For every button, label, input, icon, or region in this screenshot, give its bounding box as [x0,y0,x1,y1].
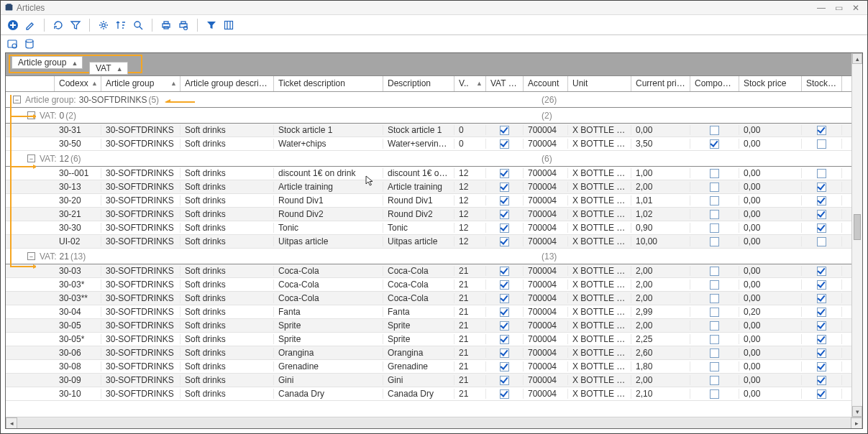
column-header-vatincl[interactable]: VAT incl. [486,76,524,91]
columns-button[interactable] [221,17,237,33]
column-header-code[interactable]: Codexx▲ [55,76,101,91]
view-list-icon[interactable] [5,37,19,51]
group-header-sub[interactable]: − VAT: 0 (2) (2) [6,108,862,124]
table-row[interactable]: 30-03* 30-SOFTDRINKS Soft drinks Coca-Co… [6,278,862,292]
column-header-ticket[interactable]: Ticket description [274,76,383,91]
checkbox[interactable] [500,183,509,192]
refresh-button[interactable] [50,17,66,33]
checkbox[interactable] [500,294,509,303]
checkbox[interactable] [817,389,826,399]
checkbox[interactable] [500,308,509,317]
table-row[interactable]: 30-50 30-SOFTDRINKS Soft drinks Water+ch… [6,137,862,151]
checkbox[interactable] [817,223,826,233]
grid-body[interactable]: − Article group: 30-SOFTDRINKS (5) (26) … [6,92,862,417]
checkbox[interactable] [500,196,509,206]
column-header-stockart[interactable]: Stock article [802,76,842,91]
maximize-button[interactable]: ▭ [830,3,847,13]
scroll-left-button[interactable]: ◂ [6,417,17,429]
column-header-indent[interactable] [6,76,55,91]
checkbox[interactable] [817,210,826,219]
group-chip-vat[interactable]: VAT ▲ [89,62,128,75]
view-db-icon[interactable] [22,37,37,51]
table-row[interactable]: 30-06 30-SOFTDRINKS Soft drinks Orangina… [6,346,862,360]
checkbox[interactable] [500,389,509,399]
checkbox[interactable] [817,308,826,317]
edit-button[interactable] [22,17,38,33]
checkbox[interactable] [710,210,719,219]
settings-button[interactable] [96,17,111,33]
column-header-desc[interactable]: Description [383,76,454,91]
checkbox[interactable] [500,210,509,219]
minimize-button[interactable]: ― [813,3,830,13]
table-row[interactable]: 30-05* 30-SOFTDRINKS Soft drinks Sprite … [6,333,862,346]
column-header-groupdesc[interactable]: Article group description [181,76,274,91]
checkbox[interactable] [500,348,509,358]
checkbox[interactable] [817,376,826,385]
checkbox[interactable] [710,389,719,399]
checkbox[interactable] [710,126,719,135]
checkbox[interactable] [710,308,719,317]
column-header-unit[interactable]: Unit [568,76,631,91]
column-header-composed[interactable]: Composed [690,76,739,91]
group-by-zone[interactable]: Article group ▲ VAT ▲ [6,53,862,76]
checkbox[interactable] [710,335,719,344]
collapse-icon[interactable]: − [27,154,35,162]
checkbox[interactable] [710,267,719,276]
checkbox[interactable] [500,376,509,385]
filter-toggle-button[interactable] [204,17,219,33]
search-button[interactable] [130,17,146,33]
collapse-icon[interactable]: − [27,111,35,119]
checkbox[interactable] [817,139,826,149]
checkbox[interactable] [710,321,719,331]
print-button[interactable] [158,17,174,33]
checkbox[interactable] [500,335,509,344]
scroll-down-button[interactable]: ▾ [852,406,862,417]
table-row[interactable]: 30-21 30-SOFTDRINKS Soft drinks Round Di… [6,208,862,221]
group-chip-article-group[interactable]: Article group ▲ [12,56,83,69]
table-row[interactable]: 30-30 30-SOFTDRINKS Soft drinks Tonic To… [6,221,862,235]
checkbox[interactable] [710,376,719,385]
checkbox[interactable] [817,237,826,246]
table-row[interactable]: UI-02 30-SOFTDRINKS Soft drinks Uitpas a… [6,235,862,249]
checkbox[interactable] [710,139,719,149]
checkbox[interactable] [817,321,826,331]
checkbox[interactable] [710,280,719,290]
collapse-icon[interactable]: − [13,96,21,103]
checkbox[interactable] [710,294,719,303]
checkbox[interactable] [817,280,826,290]
checkbox[interactable] [710,223,719,233]
checkbox[interactable] [500,321,509,331]
column-header-vat[interactable]: V..▲ [454,76,486,91]
checkbox[interactable] [817,126,826,135]
table-row[interactable]: 30--001 30-SOFTDRINKS Soft drinks discou… [6,167,862,180]
checkbox[interactable] [500,169,509,178]
checkbox[interactable] [500,267,509,276]
sort-button[interactable] [113,17,129,33]
checkbox[interactable] [710,362,719,371]
filter-button[interactable] [68,17,83,33]
checkbox[interactable] [817,169,826,178]
column-header-price[interactable]: Current price [631,76,690,91]
table-row[interactable]: 30-09 30-SOFTDRINKS Soft drinks Gini Gin… [6,374,862,387]
group-header-sub[interactable]: − VAT: 12 (6) (6) [6,151,862,167]
group-header-sub[interactable]: − VAT: 21 (13) (13) [6,249,862,264]
checkbox[interactable] [500,126,509,135]
checkbox[interactable] [817,183,826,192]
checkbox[interactable] [710,348,719,358]
scroll-track[interactable] [17,418,851,428]
column-header-account[interactable]: Account [524,76,568,91]
checkbox[interactable] [710,196,719,206]
checkbox[interactable] [817,335,826,344]
new-button[interactable] [5,17,21,33]
table-row[interactable]: 30-08 30-SOFTDRINKS Soft drinks Grenadin… [6,360,862,374]
checkbox[interactable] [500,237,509,246]
checkbox[interactable] [500,223,509,233]
checkbox[interactable] [500,139,509,149]
scroll-up-button[interactable]: ▴ [852,53,862,64]
column-header-stockprice[interactable]: Stock price [739,76,802,91]
checkbox[interactable] [500,362,509,371]
table-row[interactable]: 30-10 30-SOFTDRINKS Soft drinks Canada D… [6,387,862,401]
column-header-group[interactable]: Article group▲ [101,76,181,91]
checkbox[interactable] [710,169,719,178]
checkbox[interactable] [500,280,509,290]
